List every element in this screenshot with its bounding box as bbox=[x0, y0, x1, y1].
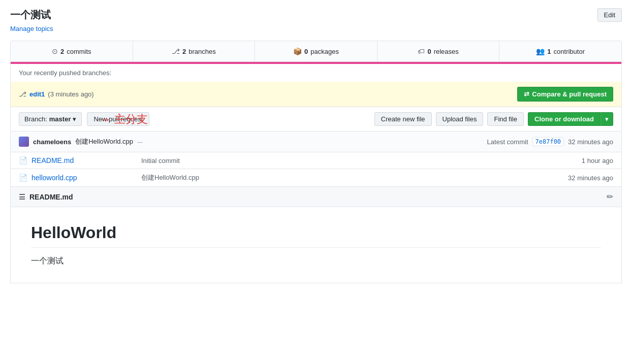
branch-label: Branch: bbox=[24, 115, 47, 123]
file-name-readme[interactable]: README.md bbox=[31, 156, 133, 164]
packages-icon: 📦 bbox=[293, 47, 302, 55]
avatar-image bbox=[19, 137, 29, 147]
commit-message: 创建HelloWorld.cpp bbox=[75, 137, 133, 146]
readme-heading: HelloWorld bbox=[31, 223, 601, 248]
contributors-icon: 👥 bbox=[536, 47, 545, 55]
releases-stat[interactable]: 🏷 0 releases bbox=[377, 41, 500, 61]
contributors-stat[interactable]: 👥 1 contributor bbox=[499, 41, 621, 61]
packages-count: 0 bbox=[304, 48, 308, 55]
file-toolbar-wrapper: Branch: master ▾ New pull request → 主分支 … bbox=[10, 107, 622, 131]
clone-dropdown-arrow[interactable]: ▾ bbox=[601, 112, 613, 126]
commit-dots[interactable]: ··· bbox=[137, 138, 143, 146]
contributors-label: contributor bbox=[554, 48, 585, 55]
commit-time: 32 minutes ago bbox=[568, 138, 613, 146]
file-toolbar: Branch: master ▾ New pull request → 主分支 … bbox=[10, 107, 622, 131]
branches-label: branches bbox=[188, 48, 215, 55]
branches-count: 2 bbox=[182, 48, 186, 55]
compare-icon: ⇄ bbox=[524, 90, 529, 98]
commit-row-left: chameloens 创建HelloWorld.cpp ··· bbox=[19, 137, 143, 147]
readme-header: ☰ README.md ✏ bbox=[11, 187, 621, 207]
branch-selector[interactable]: Branch: master ▾ bbox=[19, 112, 82, 126]
commits-label: commits bbox=[67, 48, 91, 55]
releases-label: releases bbox=[434, 48, 459, 55]
commits-icon: ⊙ bbox=[52, 47, 58, 55]
commits-count: 2 bbox=[60, 48, 64, 55]
recently-pushed-label: Your recently pushed branches: bbox=[10, 64, 622, 82]
packages-label: packages bbox=[310, 48, 339, 55]
commit-hash-link[interactable]: 7e87f00 bbox=[532, 137, 564, 146]
releases-count: 0 bbox=[427, 48, 431, 55]
branch-banner-icon: ⎇ bbox=[19, 90, 26, 98]
branches-stat[interactable]: ⎇ 2 branches bbox=[133, 41, 256, 61]
file-table: 📄 README.md Initial commit 1 hour ago 📄 … bbox=[10, 152, 622, 187]
new-pull-request-button[interactable]: New pull request bbox=[87, 112, 149, 126]
contributors-count: 1 bbox=[547, 48, 551, 55]
branch-banner-name[interactable]: edit1 bbox=[29, 90, 45, 98]
stats-bar: ⊙ 2 commits ⎇ 2 branches 📦 0 packages 🏷 … bbox=[10, 41, 622, 62]
clone-or-download-button[interactable]: Clone or download bbox=[528, 112, 601, 126]
chevron-down-icon: ▾ bbox=[73, 115, 76, 123]
commits-stat[interactable]: ⊙ 2 commits bbox=[11, 41, 133, 61]
file-toolbar-left: Branch: master ▾ New pull request bbox=[19, 112, 149, 126]
table-row: 📄 README.md Initial commit 1 hour ago bbox=[11, 152, 621, 169]
file-time-helloworld: 32 minutes ago bbox=[552, 174, 613, 182]
file-commit-readme: Initial commit bbox=[133, 157, 552, 164]
file-commit-helloworld: 创建HelloWorld.cpp bbox=[133, 173, 552, 182]
file-toolbar-right: Create new file Upload files Find file C… bbox=[374, 112, 613, 126]
latest-commit-label: Latest commit bbox=[487, 138, 528, 146]
releases-icon: 🏷 bbox=[418, 47, 425, 55]
readme-icon: ☰ bbox=[19, 193, 25, 201]
table-row: 📄 helloworld.cpp 创建HelloWorld.cpp 32 min… bbox=[11, 169, 621, 186]
compare-pull-request-button[interactable]: ⇄ Compare & pull request bbox=[517, 87, 613, 102]
packages-stat[interactable]: 📦 0 packages bbox=[255, 41, 377, 61]
commit-row: chameloens 创建HelloWorld.cpp ··· Latest c… bbox=[10, 131, 622, 152]
branches-icon: ⎇ bbox=[172, 47, 180, 55]
file-icon-readme: 📄 bbox=[19, 156, 27, 164]
readme-description: 一个测试 bbox=[31, 256, 601, 267]
branch-banner-left: ⎇ edit1 (3 minutes ago) bbox=[19, 90, 94, 98]
readme-edit-icon[interactable]: ✏ bbox=[607, 192, 613, 202]
readme-filename: README.md bbox=[29, 193, 73, 201]
branch-banner: ⎇ edit1 (3 minutes ago) ⇄ Compare & pull… bbox=[10, 82, 622, 107]
file-name-helloworld[interactable]: helloworld.cpp bbox=[31, 174, 133, 182]
readme-title: ☰ README.md bbox=[19, 193, 73, 201]
readme-content: HelloWorld 一个测试 bbox=[11, 207, 621, 283]
commit-row-right: Latest commit 7e87f00 32 minutes ago bbox=[487, 137, 613, 146]
find-file-button[interactable]: Find file bbox=[487, 112, 524, 126]
branch-banner-time: (3 minutes ago) bbox=[48, 90, 93, 98]
readme-section: ☰ README.md ✏ HelloWorld 一个测试 bbox=[10, 187, 622, 283]
commit-author[interactable]: chameloens bbox=[33, 138, 71, 146]
file-time-readme: 1 hour ago bbox=[552, 157, 613, 164]
clone-group: Clone or download ▾ bbox=[528, 112, 613, 126]
repo-title: 一个测试 bbox=[10, 8, 51, 22]
file-icon-helloworld: 📄 bbox=[19, 174, 27, 182]
manage-topics-link[interactable]: Manage topics bbox=[10, 25, 622, 32]
branch-select-name: master bbox=[49, 115, 71, 123]
edit-button[interactable]: Edit bbox=[597, 8, 622, 22]
upload-files-button[interactable]: Upload files bbox=[436, 112, 484, 126]
avatar bbox=[19, 137, 29, 147]
create-new-file-button[interactable]: Create new file bbox=[374, 112, 432, 126]
